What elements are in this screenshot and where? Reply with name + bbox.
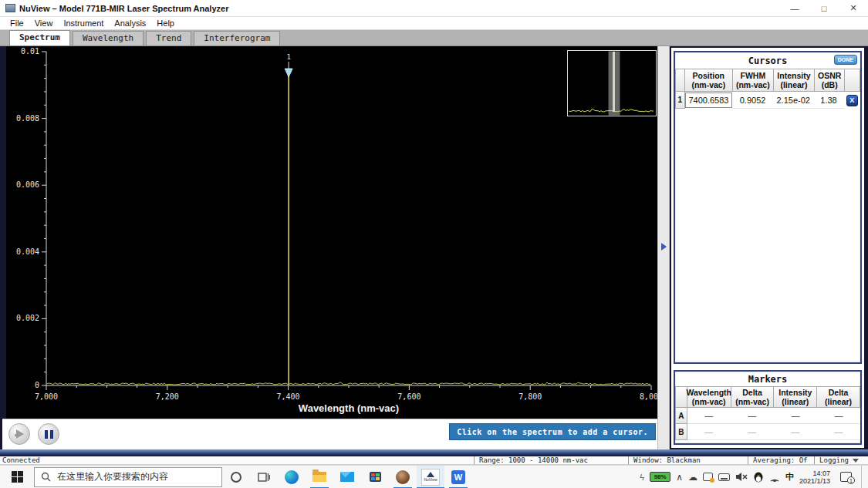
- onedrive-cloud-icon[interactable]: ☁: [688, 472, 697, 483]
- tab-interferogram[interactable]: Interferogram: [194, 31, 280, 45]
- delete-cursor-button[interactable]: X: [846, 95, 858, 106]
- tray-clock[interactable]: 14:07 2021/1/13: [799, 469, 830, 485]
- tab-strip: Spectrum Wavelength Trend Interferogram: [0, 30, 868, 46]
- cursor-row-1: 1 7400.6583 0.9052 2.15e-02 1.38 X: [675, 92, 860, 109]
- svg-text:0: 0: [35, 381, 39, 389]
- keyboard-icon[interactable]: [718, 473, 730, 481]
- menu-bar: File View Instrument Analysis Help: [0, 17, 868, 30]
- pause-button[interactable]: [38, 423, 59, 445]
- taskbar-edge[interactable]: [278, 466, 306, 488]
- taskbar-search[interactable]: 在这里输入你要搜索的内容: [34, 467, 222, 487]
- panel-splitter[interactable]: [657, 46, 670, 449]
- network-signal-icon[interactable]: [769, 472, 780, 482]
- minimize-button[interactable]: —: [780, 0, 809, 16]
- svg-text:0.006: 0.006: [16, 180, 39, 189]
- taskbar-nuview[interactable]: NuView: [417, 466, 444, 488]
- status-logging[interactable]: Logging: [814, 456, 868, 464]
- col-position: Position (nm-vac): [685, 69, 733, 92]
- file-explorer-icon: [312, 472, 326, 482]
- taskbar-file-explorer[interactable]: [306, 466, 333, 488]
- taskbar-task-view[interactable]: [250, 466, 278, 488]
- menu-view[interactable]: View: [29, 19, 59, 28]
- add-cursor-hint: Click on the spectrum to add a cursor.: [449, 423, 656, 440]
- expand-arrow-icon[interactable]: [661, 243, 667, 251]
- qq-penguin-icon[interactable]: [753, 471, 764, 483]
- svg-text:0.01: 0.01: [21, 47, 39, 56]
- cursor-position-value[interactable]: 7400.6583: [685, 93, 732, 108]
- spectrum-plot[interactable]: 7,0007,2007,4007,6007,8008,00000.0020.00…: [6, 46, 657, 419]
- markers-panel: Markers Wavelength (nm-vac) Delta (nm-va…: [674, 370, 862, 445]
- window-title: NuView – Model 771B-MIR Laser Spectrum A…: [19, 4, 228, 13]
- task-view-icon: [258, 472, 270, 483]
- cursor-intensity-value: 2.15e-02: [773, 92, 814, 109]
- clock-time: 14:07: [799, 469, 830, 477]
- system-tray: ϟ 98% ∧ ☁ 中 14:07: [640, 466, 868, 488]
- notification-badge: 1: [847, 476, 855, 484]
- tab-wavelength[interactable]: Wavelength: [73, 31, 144, 45]
- markers-header-row: Wavelength (nm-vac) Delta (nm-vac) Inten…: [675, 386, 860, 408]
- show-desktop-button[interactable]: [861, 466, 865, 488]
- brown-app-icon: [396, 470, 410, 484]
- app-icon: [5, 4, 15, 12]
- svg-text:0.004: 0.004: [16, 247, 39, 256]
- taskbar-app-brown[interactable]: [389, 466, 417, 488]
- marker-a-delta-nm: —: [731, 408, 774, 424]
- cursor-fwhm-value: 0.9052: [732, 92, 773, 109]
- spectrum-svg[interactable]: 7,0007,2007,4007,6007,8008,00000.0020.00…: [6, 46, 657, 419]
- menu-help[interactable]: Help: [151, 19, 180, 28]
- mail-icon: [340, 472, 354, 482]
- store-icon: [370, 472, 381, 482]
- action-center-icon[interactable]: [703, 473, 713, 481]
- tray-chevron-icon[interactable]: ∧: [676, 472, 683, 483]
- taskbar-store[interactable]: [361, 466, 389, 488]
- marker-b-delta-linear: —: [817, 424, 860, 440]
- markers-title: Markers: [675, 372, 860, 386]
- marker-row-b: B — — — —: [675, 424, 860, 440]
- done-button[interactable]: DONE: [834, 55, 857, 65]
- volume-muted-icon[interactable]: [735, 472, 748, 482]
- col-delta-linear: Delta (linear): [817, 386, 860, 408]
- battery-indicator[interactable]: 98%: [650, 472, 670, 482]
- cursor-1-marker-icon: [285, 69, 292, 77]
- marker-a-delta-linear: —: [817, 408, 860, 424]
- taskbar-mail[interactable]: [333, 466, 361, 488]
- marker-b-intensity: —: [774, 424, 817, 440]
- transport-bar: Click on the spectrum to add a cursor.: [2, 419, 657, 449]
- cursors-panel: Cursors DONE Position (nm-vac) FWHM (nm-…: [674, 51, 862, 364]
- marker-a-wavelength: —: [687, 408, 731, 424]
- menu-file[interactable]: File: [5, 19, 29, 28]
- status-averaging: Averaging: Of: [748, 456, 814, 464]
- acquire-button[interactable]: [8, 423, 30, 445]
- col-osnr: OSNR (dB): [815, 69, 845, 92]
- col-wavelength: Wavelength (nm-vac): [687, 386, 731, 408]
- menu-instrument[interactable]: Instrument: [58, 19, 109, 28]
- cursors-title: Cursors: [675, 52, 860, 69]
- main-area: 7,0007,2007,4007,6007,8008,00000.0020.00…: [0, 46, 868, 449]
- tab-spectrum[interactable]: Spectrum: [9, 30, 70, 45]
- col-intensity: Intensity (linear): [774, 69, 815, 92]
- window-bottom-border: [0, 449, 868, 456]
- svg-text:7,400: 7,400: [277, 392, 300, 401]
- search-icon: [41, 472, 51, 482]
- menu-analysis[interactable]: Analysis: [109, 19, 151, 28]
- tab-trend[interactable]: Trend: [146, 31, 191, 45]
- maximize-button[interactable]: □: [809, 0, 839, 16]
- svg-text:7,600: 7,600: [397, 392, 420, 401]
- svg-text:1: 1: [286, 53, 290, 61]
- status-window: Window: Blackman: [628, 456, 748, 464]
- taskbar-cortana[interactable]: [222, 466, 250, 488]
- svg-text:7,200: 7,200: [156, 392, 179, 401]
- edge-icon: [285, 470, 299, 484]
- ime-indicator[interactable]: 中: [785, 471, 794, 483]
- notification-center-icon[interactable]: 1: [840, 472, 852, 482]
- col-intensity-linear: Intensity (linear): [774, 386, 817, 408]
- start-button[interactable]: [0, 466, 34, 488]
- overview-inset[interactable]: [567, 50, 657, 116]
- nuview-icon: NuView: [421, 469, 440, 486]
- power-plug-icon: ϟ: [640, 473, 644, 482]
- windows-logo-icon: [12, 471, 23, 483]
- close-button[interactable]: ✕: [839, 0, 868, 16]
- svg-text:8,000: 8,000: [640, 392, 657, 401]
- wps-icon: W: [451, 470, 465, 484]
- taskbar-wps[interactable]: W: [444, 466, 472, 488]
